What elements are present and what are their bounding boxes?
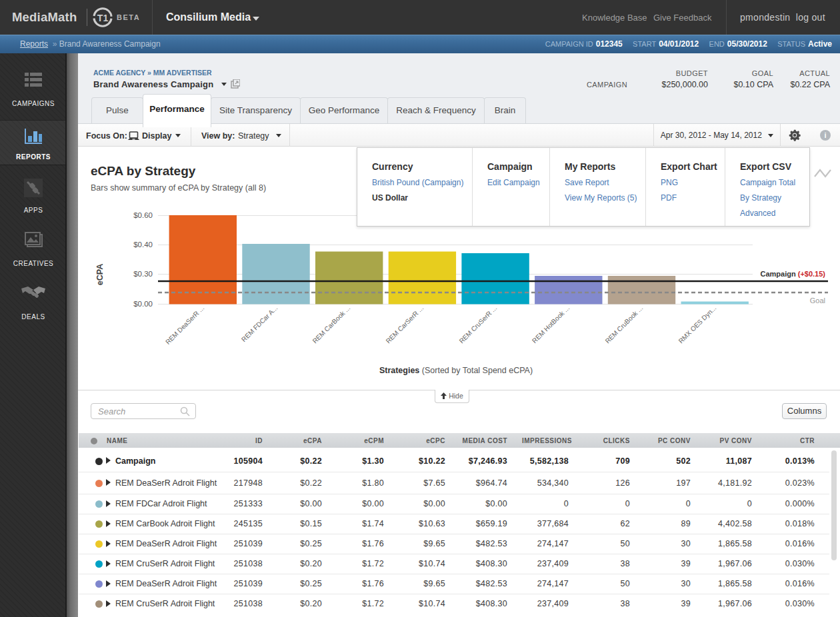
svg-text:$0.00: $0.00 bbox=[133, 300, 153, 308]
svg-text:REM CruSerR ...: REM CruSerR ... bbox=[458, 305, 499, 345]
svg-text:REM CarBook ...: REM CarBook ... bbox=[311, 305, 352, 345]
svg-text:RMX OES Dyn...: RMX OES Dyn... bbox=[677, 305, 718, 345]
svg-text:REM HotBook ...: REM HotBook ... bbox=[531, 305, 571, 344]
svg-text:$0.40: $0.40 bbox=[133, 241, 153, 249]
svg-text:$0.60: $0.60 bbox=[133, 211, 153, 219]
svg-text:Campaign (+$0.15): Campaign (+$0.15) bbox=[760, 270, 825, 278]
svg-text:Strategies (Sorted by Total Sp: Strategies (Sorted by Total Spend eCPA) bbox=[379, 366, 533, 375]
svg-text:REM FDCar A...: REM FDCar A... bbox=[240, 305, 279, 343]
svg-text:$0.30: $0.30 bbox=[133, 270, 153, 278]
svg-text:REM CruBook ...: REM CruBook ... bbox=[604, 305, 645, 345]
svg-text:Goal: Goal bbox=[810, 297, 825, 305]
svg-text:REM DeaSerR ...: REM DeaSerR ... bbox=[164, 305, 205, 346]
svg-text:T1: T1 bbox=[97, 13, 109, 23]
svg-text:REM CarSerR ...: REM CarSerR ... bbox=[385, 305, 425, 345]
svg-text:eCPA: eCPA bbox=[95, 264, 105, 285]
